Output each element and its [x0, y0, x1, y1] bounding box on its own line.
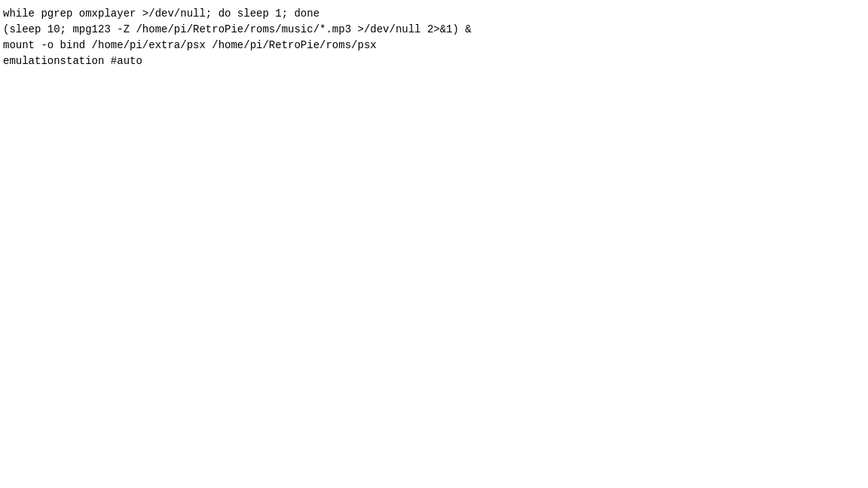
code-content: while pgrep omxplayer >/dev/null; do sle…	[0, 0, 868, 75]
